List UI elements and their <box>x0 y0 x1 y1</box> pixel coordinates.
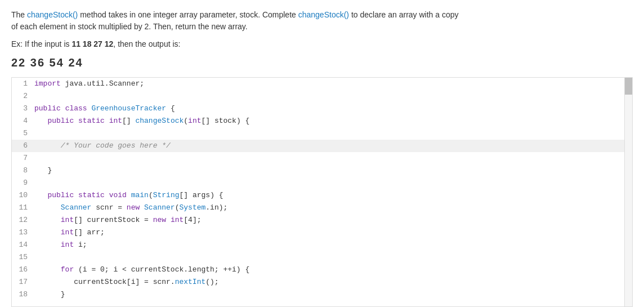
code-line-14: 14 int i; <box>12 239 632 251</box>
line-num-16: 16 <box>12 264 34 276</box>
code-line-2: 2 <box>12 90 632 103</box>
example-input: 11 18 27 12 <box>71 39 113 48</box>
code-line-13: 13 int[] arr; <box>12 226 632 239</box>
code-line-1: 1 import java.util.Scanner; <box>12 78 632 90</box>
code-line-4: 4 public static int[] changeStock(int[] … <box>12 115 632 127</box>
line-content-11: Scanner scnr = new Scanner(System.in); <box>34 202 632 214</box>
code-line-12: 12 int[] currentStock = new int[4]; <box>12 214 632 226</box>
line-content-12: int[] currentStock = new int[4]; <box>34 214 632 226</box>
line-num-1: 1 <box>12 78 34 90</box>
code-line-6: 6 /* Your code goes here */ <box>12 140 632 152</box>
code-area[interactable]: 1 import java.util.Scanner; 2 3 public c… <box>12 78 632 306</box>
line-num-7: 7 <box>12 152 34 164</box>
line-num-11: 11 <box>12 202 34 214</box>
line-num-5: 5 <box>12 127 34 140</box>
line-num-13: 13 <box>12 226 34 239</box>
line-content-14: int i; <box>34 239 632 251</box>
line-num-8: 8 <box>12 164 34 177</box>
code-editor[interactable]: 1 import java.util.Scanner; 2 3 public c… <box>11 77 633 307</box>
line-num-14: 14 <box>12 239 34 251</box>
line-content-18: } <box>34 288 632 301</box>
line-num-18: 18 <box>12 288 34 301</box>
line-num-4: 4 <box>12 115 34 127</box>
desc-line2: of each element in stock multiplied by 2… <box>11 22 248 31</box>
line-num-15: 15 <box>12 251 34 264</box>
line-num-6: 6 <box>12 140 34 152</box>
code-line-15: 15 <box>12 251 632 264</box>
line-num-2: 2 <box>12 90 34 103</box>
line-content-3: public class GreenhouseTracker { <box>34 103 632 115</box>
desc-line1: The changeStock() method takes in one in… <box>11 10 459 19</box>
line-content-17: currentStock[i] = scnr.nextInt(); <box>34 276 632 288</box>
line-content-8: } <box>34 164 632 177</box>
code-line-17: 17 currentStock[i] = scnr.nextInt(); <box>12 276 632 288</box>
line-num-17: 17 <box>12 276 34 288</box>
code-line-11: 11 Scanner scnr = new Scanner(System.in)… <box>12 202 632 214</box>
scrollbar[interactable] <box>624 78 632 306</box>
code-line-3: 3 public class GreenhouseTracker { <box>12 103 632 115</box>
line-num-12: 12 <box>12 214 34 226</box>
code-line-9: 9 <box>12 177 632 189</box>
description-text: The changeStock() method takes in one in… <box>11 9 633 33</box>
example-suffix: , then the output is: <box>113 39 180 48</box>
method-link-2: changeStock() <box>298 10 349 19</box>
line-num-3: 3 <box>12 103 34 115</box>
line-content-16: for (i = 0; i < currentStock.length; ++i… <box>34 264 632 276</box>
page-container: The changeStock() method takes in one in… <box>0 0 644 307</box>
line-content-1: import java.util.Scanner; <box>34 78 632 90</box>
method-link-1: changeStock() <box>27 10 78 19</box>
output-example: 22 36 54 24 <box>11 56 633 69</box>
code-line-8: 8 } <box>12 164 632 177</box>
code-line-18: 18 } <box>12 288 632 301</box>
code-line-10: 10 public static void main(String[] args… <box>12 189 632 202</box>
line-content-10: public static void main(String[] args) { <box>34 189 632 202</box>
line-content-4: public static int[] changeStock(int[] st… <box>34 115 632 127</box>
code-line-16: 16 for (i = 0; i < currentStock.length; … <box>12 264 632 276</box>
code-line-7: 7 <box>12 152 632 164</box>
example-line: Ex: If the input is 11 18 27 12, then th… <box>11 39 633 48</box>
example-prefix: Ex: If the input is <box>11 39 71 48</box>
line-content-13: int[] arr; <box>34 226 632 239</box>
line-content-6: /* Your code goes here */ <box>34 140 632 152</box>
line-num-9: 9 <box>12 177 34 189</box>
code-line-5: 5 <box>12 127 632 140</box>
scrollbar-thumb[interactable] <box>625 78 632 95</box>
line-num-10: 10 <box>12 189 34 202</box>
